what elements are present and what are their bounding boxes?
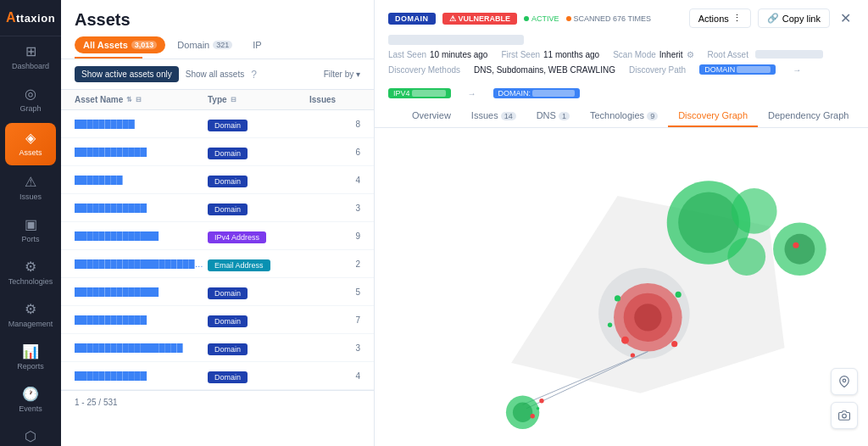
sidebar-item-technologies[interactable]: ⚙ Technologies — [0, 252, 61, 294]
discovery-graph-svg — [375, 128, 868, 446]
scan-mode-settings-icon[interactable]: ⚙ — [687, 50, 694, 59]
table-row[interactable]: ██████████████ IPv4 Address 9 — [61, 222, 374, 250]
sidebar-label-issues: Issues — [19, 192, 42, 201]
table-body: ██████████ Domain 8 ████████████ Domain … — [61, 110, 374, 390]
sidebar-item-dashboard[interactable]: ⊞ Dashboard — [0, 36, 61, 79]
show-all-button[interactable]: Show all assets — [186, 70, 244, 79]
scanned-dot — [566, 16, 571, 21]
sidebar-item-management[interactable]: ⚙ Management — [0, 294, 61, 337]
asset-name-cell[interactable]: ████████████ — [75, 203, 208, 213]
detail-panel: DOMAIN ⚠ VULNERABLE ACTIVE SCANNED 676 T… — [375, 0, 868, 446]
table-row[interactable]: ██████████ Domain 8 — [61, 110, 374, 138]
dot4 — [671, 341, 677, 347]
warning-icon: ⚠ — [449, 14, 456, 23]
close-button[interactable]: ✕ — [837, 10, 854, 26]
asset-name-cell[interactable]: ████████████ — [75, 148, 208, 157]
detail-header: DOMAIN ⚠ VULNERABLE ACTIVE SCANNED 676 T… — [375, 0, 868, 128]
green-cluster-tr2 — [727, 237, 765, 276]
table-row[interactable]: ████████████ Domain 4 — [61, 362, 374, 390]
table-header: Asset Name ⇅ ⊟ Type ⊟ Issues — [61, 90, 374, 110]
meta-root-asset: Root Asset — [708, 50, 823, 59]
asset-name-cell[interactable]: ████████ — [75, 176, 208, 185]
type-cell: Domain — [208, 144, 309, 159]
sidebar-item-events[interactable]: 🕐 Events — [0, 379, 61, 421]
table-row[interactable]: ████████████ Domain 7 — [61, 306, 374, 334]
meta-first-seen: First Seen 11 months ago — [501, 50, 599, 59]
sidebar-item-assets[interactable]: ◈ Assets — [5, 123, 56, 165]
assets-icon: ◈ — [25, 131, 36, 145]
dot2 — [621, 337, 629, 344]
issue-num-cell: 9 — [309, 231, 360, 241]
asset-name-cell[interactable]: ████████████ — [75, 315, 208, 325]
asset-name-cell[interactable]: ██████████████████ — [75, 343, 208, 353]
tag-active: ACTIVE — [524, 14, 559, 23]
bottom-dot1 — [539, 399, 543, 403]
tab-dependency-graph[interactable]: Dependency Graph — [758, 103, 854, 127]
meta-row: Last Seen 10 minutes ago First Seen 11 m… — [388, 50, 854, 59]
table-row[interactable]: ████████████████████████ Email Address 2 — [61, 250, 374, 278]
type-cell: Domain — [208, 200, 309, 215]
bottom-dot2 — [537, 407, 540, 410]
th-type: Type ⊟ — [208, 95, 309, 104]
discovery-row: Discovery Methods DNS, Subdomains, WEB C… — [388, 64, 854, 98]
actions-button[interactable]: Actions ⋮ — [689, 8, 751, 28]
tab-issues[interactable]: Issues14 — [461, 103, 526, 127]
asset-name-blurred — [388, 35, 524, 45]
asset-name-cell[interactable]: ████████████████████████ — [75, 259, 208, 269]
filter-icon-name[interactable]: ⊟ — [136, 96, 142, 103]
asset-name-cell[interactable]: ██████████████ — [75, 287, 208, 297]
tab-all-assets[interactable]: All Assets 3,013 — [75, 36, 165, 53]
sidebar-item-graph[interactable]: ◎ Graph — [0, 79, 61, 121]
assets-header: Assets All Assets 3,013 Domain 321 IP — [61, 0, 374, 59]
type-badge: Domain — [208, 343, 248, 355]
float-icons — [831, 368, 858, 429]
sort-icon-name[interactable]: ⇅ — [126, 96, 132, 103]
tag-vulnerable: ⚠ VULNERABLE — [442, 13, 518, 25]
asset-name-cell[interactable]: ██████████████ — [75, 231, 208, 241]
pagination: 1 - 25 / 531 — [61, 390, 374, 414]
tab-discovery-graph[interactable]: Discovery Graph — [668, 103, 758, 127]
camera-button[interactable] — [831, 402, 858, 429]
tab-technologies[interactable]: Technologies9 — [580, 103, 668, 127]
sidebar-item-reports[interactable]: 📊 Reports — [0, 337, 61, 379]
sidebar-label-dashboard: Dashboard — [12, 62, 49, 70]
th-issues: Issues — [309, 95, 360, 104]
asset-name-cell[interactable]: ████████████ — [75, 371, 208, 381]
dot6 — [608, 323, 612, 327]
root-asset-blurred — [755, 50, 823, 59]
filter-icon-type[interactable]: ⊟ — [231, 96, 236, 103]
tab-domain[interactable]: Domain 321 — [169, 36, 241, 53]
type-badge: Domain — [208, 176, 248, 187]
type-badge: IPv4 Address — [208, 231, 266, 243]
show-active-button[interactable]: Show active assets only — [75, 66, 179, 82]
tab-overview[interactable]: Overview — [402, 103, 461, 127]
asset-name-cell[interactable]: ██████████ — [75, 120, 208, 129]
location-icon — [838, 376, 850, 387]
issue-num-cell: 6 — [309, 148, 360, 157]
issue-num-cell: 2 — [309, 259, 360, 269]
issue-num-cell: 8 — [309, 120, 360, 129]
sidebar-item-issues[interactable]: ⚠ Issues — [0, 167, 61, 209]
table-row[interactable]: ██████████████████ Domain 3 — [61, 334, 374, 362]
sidebar-item-integrations[interactable]: ⬡ Integrations — [0, 421, 61, 446]
discovery-methods-value: DNS, Subdomains, WEB CRAWLING — [474, 65, 615, 75]
tab-ip[interactable]: IP — [244, 36, 270, 53]
sidebar-label-reports: Reports — [17, 362, 44, 371]
tab-badge-issues: 14 — [501, 112, 516, 120]
tab-dns[interactable]: DNS1 — [526, 103, 580, 127]
location-pin-button[interactable] — [831, 368, 858, 395]
active-dot — [524, 16, 529, 21]
table-row[interactable]: ██████████████ Domain 5 — [61, 278, 374, 306]
svg-point-0 — [843, 379, 846, 382]
table-row[interactable]: ████████ Domain 4 — [61, 166, 374, 194]
logo: Attaxion — [0, 0, 61, 36]
assets-table: Asset Name ⇅ ⊟ Type ⊟ Issues ██████████ … — [61, 90, 374, 446]
table-row[interactable]: ████████████ Domain 3 — [61, 194, 374, 222]
detail-top-row: DOMAIN ⚠ VULNERABLE ACTIVE SCANNED 676 T… — [388, 8, 854, 28]
path-domain1-blurred — [737, 66, 771, 73]
filter-info-icon[interactable]: ? — [251, 69, 257, 81]
sidebar-item-ports[interactable]: ▣ Ports — [0, 209, 61, 252]
table-row[interactable]: ████████████ Domain 6 — [61, 138, 374, 166]
copy-link-button[interactable]: 🔗 Copy link — [758, 8, 830, 28]
graph-area — [375, 128, 868, 446]
